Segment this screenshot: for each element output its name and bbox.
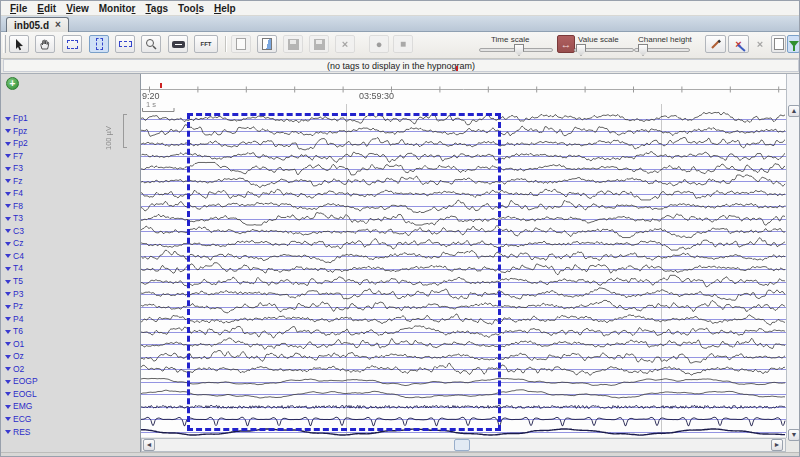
channel-label-ecg[interactable]: ECG [5, 414, 31, 425]
save-button[interactable] [283, 35, 303, 53]
channel-dropdown-icon[interactable] [5, 430, 11, 434]
tab-inb05[interactable]: inb05.d × [6, 17, 69, 32]
channel-label-emg[interactable]: EMG [5, 401, 32, 412]
channel-label-f3[interactable]: F3 [5, 163, 23, 174]
channel-dropdown-icon[interactable] [5, 217, 11, 221]
channel-dropdown-icon[interactable] [5, 292, 11, 296]
channel-dropdown-icon[interactable] [5, 117, 11, 121]
fft-button[interactable]: FFT [194, 35, 218, 53]
channel-label-p3[interactable]: P3 [5, 289, 23, 300]
channel-dropdown-icon[interactable] [5, 317, 11, 321]
pointer-tool-button[interactable] [9, 35, 29, 53]
menu-view[interactable]: View [61, 3, 94, 14]
epoch-selection-rectangle[interactable] [187, 113, 501, 431]
channel-label-o2[interactable]: O2 [5, 364, 24, 375]
channel-label-cz[interactable]: Cz [5, 238, 23, 249]
channel-dropdown-icon[interactable] [5, 192, 11, 196]
channel-label-f8[interactable]: F8 [5, 201, 23, 212]
channel-dropdown-icon[interactable] [5, 154, 11, 158]
channel-label-fz[interactable]: Fz [5, 176, 22, 187]
channel-label-c4[interactable]: C4 [5, 251, 24, 262]
channel-label-c3[interactable]: C3 [5, 226, 24, 237]
channel-label-f4[interactable]: F4 [5, 188, 23, 199]
scroll-right-button[interactable]: ► [771, 439, 783, 451]
channel-dropdown-icon[interactable] [5, 167, 11, 171]
tab-close-icon[interactable]: × [55, 20, 61, 30]
rect-select-tool-button[interactable] [62, 35, 82, 53]
channel-dropdown-icon[interactable] [5, 280, 11, 284]
measure-tool-button[interactable] [168, 35, 188, 53]
channel-label-eogl[interactable]: EOGL [5, 389, 37, 400]
time-fit-button[interactable]: ↔ [557, 35, 575, 53]
value-scale-slider[interactable] [574, 48, 634, 52]
clear-tools-button[interactable]: × [728, 35, 749, 53]
channel-dropdown-icon[interactable] [5, 355, 11, 359]
channel-dropdown-icon[interactable] [5, 204, 11, 208]
channel-dropdown-icon[interactable] [5, 342, 11, 346]
channel-dropdown-icon[interactable] [5, 330, 11, 334]
channel-label-t3[interactable]: T3 [5, 213, 23, 224]
channel-label-t6[interactable]: T6 [5, 326, 23, 337]
channel-label-t5[interactable]: T5 [5, 276, 23, 287]
annotate-button[interactable] [705, 35, 726, 53]
channel-dropdown-icon[interactable] [5, 405, 11, 409]
horizontal-scrollbar-thumb[interactable] [454, 439, 470, 451]
new-view-button[interactable] [231, 35, 251, 53]
channel-dropdown-icon[interactable] [5, 267, 11, 271]
signal-plot-area[interactable]: 9:20 03:59:30 1 s [141, 74, 786, 437]
channel-label-p4[interactable]: P4 [5, 314, 23, 325]
channel-label-eogp[interactable]: EOGP [5, 376, 38, 387]
remove-button[interactable]: × [751, 35, 769, 53]
channel-dropdown-icon[interactable] [5, 179, 11, 183]
channel-label-pz[interactable]: Pz [5, 301, 23, 312]
stop-button[interactable]: ■ [393, 35, 413, 53]
menu-tags[interactable]: Tags [140, 3, 173, 14]
channel-dropdown-icon[interactable] [5, 254, 11, 258]
channel-label-t4[interactable]: T4 [5, 263, 23, 274]
time-scale-slider-thumb[interactable] [514, 44, 524, 56]
channel-label-fp1[interactable]: Fp1 [5, 113, 28, 124]
horizontal-scrollbar[interactable]: ◄ ► [141, 438, 786, 452]
flip-page-button[interactable] [257, 35, 277, 53]
hypnogram-strip[interactable]: (no tags to display in the hypnogram) [3, 59, 799, 72]
menu-help[interactable]: Help [209, 3, 241, 14]
close-file-button[interactable]: × [335, 35, 355, 53]
channel-dropdown-icon[interactable] [5, 417, 11, 421]
channel-dropdown-icon[interactable] [5, 380, 11, 384]
channel-dropdown-icon[interactable] [5, 367, 11, 371]
channel-label-res[interactable]: RES [5, 427, 30, 438]
channel-height-slider-thumb[interactable] [638, 44, 648, 56]
pan-tool-button[interactable] [35, 35, 55, 53]
save-all-button[interactable] [309, 35, 329, 53]
scroll-up-button[interactable]: ▲ [788, 105, 800, 117]
menu-tools[interactable]: Tools [173, 3, 209, 14]
channel-dropdown-icon[interactable] [5, 142, 11, 146]
channel-height-slider[interactable] [634, 48, 690, 52]
epoch-select-tool-button[interactable] [89, 35, 109, 53]
time-scale-slider[interactable] [479, 48, 553, 52]
channel-dropdown-icon[interactable] [5, 392, 11, 396]
notes-button[interactable] [771, 35, 786, 53]
add-tag-button[interactable]: + [6, 77, 19, 90]
channel-dropdown-icon[interactable] [5, 242, 11, 246]
channel-label-o1[interactable]: O1 [5, 339, 24, 350]
channel-label-fpz[interactable]: Fpz [5, 126, 27, 137]
channel-dropdown-icon[interactable] [5, 305, 11, 309]
menu-edit[interactable]: Edit [32, 3, 61, 14]
channel-label-f7[interactable]: F7 [5, 151, 23, 162]
span-select-tool-button[interactable] [115, 35, 135, 53]
channel-dropdown-icon[interactable] [5, 129, 11, 133]
scroll-down-button[interactable]: ▼ [788, 429, 800, 441]
channel-label-fp2[interactable]: Fp2 [5, 138, 28, 149]
scroll-left-button[interactable]: ◄ [143, 439, 155, 451]
vertical-scrollbar[interactable]: ▲ ▼ [786, 74, 800, 438]
menu-monitor[interactable]: Monitor [94, 3, 141, 14]
menu-file[interactable]: File [5, 3, 32, 14]
record-button[interactable]: ● [369, 35, 389, 53]
channel-label-oz[interactable]: Oz [5, 351, 24, 362]
zoom-tool-button[interactable] [141, 35, 161, 53]
value-scale-slider-thumb[interactable] [576, 44, 586, 56]
toolbar-grip[interactable] [3, 35, 6, 53]
filter-toggle-button[interactable] [787, 35, 800, 53]
channel-dropdown-icon[interactable] [5, 229, 11, 233]
